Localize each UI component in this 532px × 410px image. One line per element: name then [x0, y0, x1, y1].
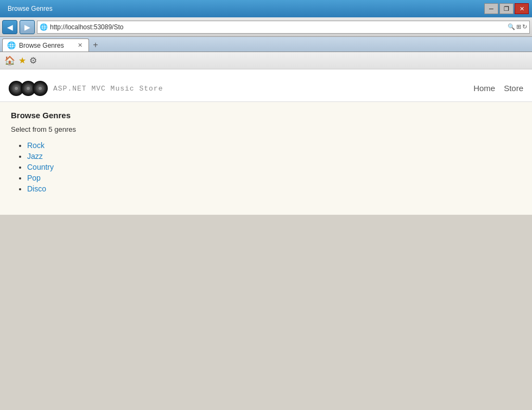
settings-icon[interactable]: ⚙	[29, 55, 37, 66]
site-header: ASP.NET MVC Music Store Home Store	[0, 69, 532, 102]
list-item[interactable]: Country	[27, 163, 521, 171]
nav-bar: ◀ ▶ 🌐 http://localhost:53089/Sto 🔍 ⊞ ↻	[0, 17, 532, 37]
browser-window: Browse Genres ─ ❐ ✕ ◀ ▶ 🌐 http://localho…	[0, 0, 532, 410]
toolbar-icons: 🏠 ★ ⚙	[4, 55, 37, 66]
compat-icon[interactable]: ⊞	[516, 23, 521, 30]
site-nav: Home Store	[473, 84, 523, 93]
list-item[interactable]: Disco	[27, 184, 521, 193]
disc-3	[33, 81, 48, 96]
minimize-button[interactable]: ─	[484, 3, 498, 14]
genre-count: Select from 5 genres	[11, 125, 521, 133]
back-button[interactable]: ◀	[2, 20, 17, 34]
site-title: ASP.NET MVC Music Store	[53, 85, 163, 93]
genre-link[interactable]: Rock	[27, 141, 45, 150]
address-bar[interactable]: 🌐 http://localhost:53089/Sto 🔍 ⊞ ↻	[37, 21, 530, 34]
page-area: ASP.NET MVC Music Store Home Store Brows…	[0, 69, 532, 410]
genre-link[interactable]: Jazz	[27, 152, 43, 161]
address-text: http://localhost:53089/Sto	[50, 23, 505, 31]
genre-link[interactable]: Country	[27, 163, 54, 171]
refresh-icon[interactable]: ↻	[522, 23, 527, 30]
list-item[interactable]: Jazz	[27, 152, 521, 161]
close-button[interactable]: ✕	[515, 3, 529, 14]
genre-link[interactable]: Pop	[27, 174, 41, 182]
tab-bar: 🌐 Browse Genres ✕ +	[0, 37, 532, 52]
toolbar: 🏠 ★ ⚙	[0, 52, 532, 69]
list-item[interactable]: Pop	[27, 174, 521, 182]
nav-home-link[interactable]: Home	[473, 84, 495, 93]
page-footer	[0, 215, 532, 410]
logo-area: ASP.NET MVC Music Store	[9, 81, 163, 96]
logo-discs	[9, 81, 48, 96]
window-controls: ─ ❐ ✕	[484, 3, 529, 14]
tab-ie-icon: 🌐	[7, 41, 16, 49]
active-tab[interactable]: 🌐 Browse Genres ✕	[2, 39, 89, 52]
forward-button[interactable]: ▶	[20, 20, 35, 34]
nav-store-link[interactable]: Store	[504, 84, 523, 93]
new-tab-button[interactable]: +	[89, 39, 102, 52]
main-content: Browse Genres Select from 5 genres RockJ…	[0, 102, 532, 215]
address-icons: 🔍 ⊞ ↻	[508, 23, 527, 30]
genre-list: RockJazzCountryPopDisco	[11, 141, 521, 193]
tab-label: Browse Genres	[19, 42, 64, 49]
tab-close-button[interactable]: ✕	[75, 41, 84, 50]
title-bar-left: Browse Genres	[3, 5, 53, 12]
genre-link[interactable]: Disco	[27, 184, 46, 193]
list-item[interactable]: Rock	[27, 141, 521, 150]
page-heading: Browse Genres	[11, 111, 521, 120]
title-bar: Browse Genres ─ ❐ ✕	[0, 0, 532, 17]
title-bar-text: Browse Genres	[8, 5, 53, 12]
ie-icon: 🌐	[40, 23, 48, 31]
favorites-star-icon[interactable]: ★	[18, 55, 26, 66]
restore-button[interactable]: ❐	[499, 3, 514, 14]
search-icon[interactable]: 🔍	[508, 23, 515, 30]
home-icon[interactable]: 🏠	[4, 55, 15, 66]
